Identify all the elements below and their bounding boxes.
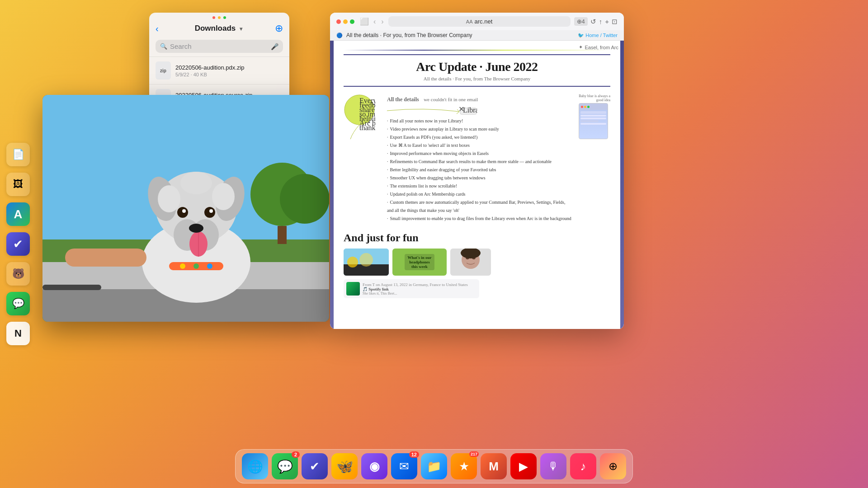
dock-item-podcasts[interactable]: 🎙 — [540, 453, 566, 479]
arc-feature-item: Improved performance when moving objects… — [387, 150, 571, 158]
sidebar-app-paper[interactable]: 📄 — [6, 143, 30, 166]
arc-newsletter: Arc Update · June 2022 All the details ·… — [330, 41, 624, 307]
arc-url-text: arc.net — [475, 18, 493, 25]
arc-spotify-card: From T on August 13, 2022 in Germany, Fr… — [344, 279, 479, 298]
svg-point-17 — [189, 224, 203, 233]
svg-text:✕: ✕ — [458, 106, 464, 113]
arc-tabs-bar: 🔵 All the details · For you, from The Br… — [330, 30, 624, 41]
arc-fun-image-1 — [344, 249, 389, 276]
downloads-action-button[interactable]: ⊕ — [275, 23, 283, 34]
svg-point-13 — [177, 207, 188, 218]
downloads-title: Downloads ▾ — [162, 24, 275, 33]
arc-content: ✦ Easel, from Arc Arc Update · June 2022… — [330, 41, 624, 329]
arc-screenshot-area: Baby blue is always a good idea — [579, 94, 610, 223]
downloads-item-info: 20220506-audition.pdx.zip 5/9/22 · 40 KB — [175, 64, 283, 77]
arc-screenshot-label: Baby blue is always a good idea — [579, 94, 610, 102]
sidebar-app-appstore[interactable]: A — [6, 202, 30, 226]
arc-sidebar-toggle[interactable]: ⬜ — [360, 17, 369, 26]
arc-dot-red — [336, 19, 341, 24]
arc-url-bar[interactable]: AA arc.net — [388, 16, 571, 27]
messages-badge: 2 — [292, 451, 300, 458]
arc-fun-image-2: What's in our headphones this week — [392, 249, 447, 276]
dock-item-youtube[interactable]: ▶ — [510, 453, 537, 479]
dock-item-reeder[interactable]: ★ 217 — [451, 453, 477, 479]
dock-item-safari[interactable]: 🌐 — [242, 453, 268, 479]
arc-dot-green — [350, 19, 354, 24]
arc-right-column: All the details we couldn't fit in one e… — [387, 94, 571, 223]
arc-more-button[interactable]: ⊡ — [612, 18, 618, 26]
search-placeholder-text: Search — [170, 42, 268, 50]
arc-easel-icon: ✦ — [579, 44, 583, 50]
arc-dot-yellow — [343, 19, 348, 24]
arc-newsletter-title: Arc Update · June 2022 — [344, 60, 610, 74]
dock-item-deco[interactable]: ⊕ — [600, 453, 626, 479]
arc-share-button[interactable]: ↑ — [599, 18, 603, 25]
svg-rect-25 — [42, 285, 101, 290]
sidebar-app-preview[interactable]: 🖼 — [6, 173, 30, 196]
arc-left-column: Every bit of feedback you share with us … — [344, 94, 380, 223]
svg-point-5 — [280, 174, 329, 224]
arc-feature-item: Custom themes are now automatically appl… — [387, 198, 571, 215]
downloads-title-arrow: ▾ — [240, 26, 242, 32]
arc-tab-twitter[interactable]: 🐦 Home / Twitter — [578, 33, 618, 38]
arc-content-body: Every bit of feedback you share with us … — [344, 94, 610, 223]
dock-item-files[interactable]: 📁 — [421, 453, 447, 479]
dock-item-mail[interactable]: ✉ 12 — [391, 453, 417, 479]
svg-point-14 — [204, 207, 215, 218]
photo-content — [42, 95, 329, 322]
arc-feature-list: Find all your notes now in your Library!… — [387, 117, 571, 223]
aa-button[interactable]: AA — [466, 19, 473, 24]
svg-point-23 — [207, 263, 212, 269]
dock-item-papillon[interactable]: 🦋 — [331, 453, 358, 479]
microphone-icon[interactable]: 🎤 — [271, 43, 278, 50]
desktop: 📄 🖼 A ✔ 🐻 💬 N ‹ Downloads ▾ ⊕ 🔍 Search 🎤 — [0, 0, 868, 488]
sidebar-app-messages[interactable]: 💬 — [6, 292, 30, 315]
left-sidebar: 📄 🖼 A ✔ 🐻 💬 N — [6, 143, 30, 345]
arc-back-button[interactable]: ‹ — [373, 18, 376, 26]
svg-text:Library: Library — [463, 106, 477, 114]
arc-fun-image-3 — [450, 249, 491, 276]
downloads-back-button[interactable]: ‹ — [156, 23, 159, 34]
arc-forward-button[interactable]: › — [381, 18, 383, 26]
arc-feature-item: Use ⌘ A to Easel to 'select all' in text… — [387, 141, 571, 150]
svg-point-22 — [193, 263, 199, 269]
downloads-header: ‹ Downloads ▾ ⊕ — [149, 19, 289, 38]
dock-item-music[interactable]: ♪ — [570, 453, 596, 479]
arc-tab-count[interactable]: ⊕4 — [574, 17, 588, 26]
dock-item-arc[interactable]: ◉ — [361, 453, 387, 479]
downloads-search-bar[interactable]: 🔍 Search 🎤 — [156, 40, 283, 53]
dock-item-tasks[interactable]: ✔ — [302, 453, 328, 479]
svg-point-42 — [347, 257, 358, 267]
sidebar-app-notion[interactable]: N — [6, 322, 30, 345]
dock-item-mela[interactable]: M — [481, 453, 507, 479]
reeder-badge: 217 — [469, 451, 479, 457]
arc-traffic-lights — [336, 19, 354, 24]
arc-feature-item: Smoother UX when dragging tabs between w… — [387, 174, 571, 182]
downloads-item[interactable]: zip 20220506-audition.pdx.zip 5/9/22 · 4… — [149, 56, 289, 84]
arc-tab-title[interactable]: All the details · For you, from The Brow… — [346, 32, 574, 38]
arc-left-decoration — [330, 41, 334, 329]
arc-scroll-line — [344, 50, 610, 51]
sidebar-app-bear[interactable]: 🐻 — [6, 262, 30, 286]
svg-text:thank you!: thank you! — [359, 124, 375, 132]
arc-feature-item: Video previews now autoplay in Library t… — [387, 125, 571, 133]
arc-feature-item: The extensions list is now scrollable! — [387, 182, 571, 190]
arc-fun-section-title: And just for fun — [344, 232, 610, 244]
dock-item-messages[interactable]: 💬 2 — [272, 453, 298, 479]
sidebar-app-tasks[interactable]: ✔ — [6, 232, 30, 256]
arc-newsletter-subtitle: All the details · For you, from The Brow… — [344, 76, 610, 81]
svg-point-15 — [182, 209, 186, 213]
search-icon: 🔍 — [160, 43, 167, 50]
dock: 🌐 💬 2 ✔ 🦋 ◉ ✉ 12 📁 ★ 217 M ▶ 🎙 ♪ ⊕ — [235, 449, 633, 483]
svg-point-27 — [212, 183, 235, 210]
svg-point-28 — [180, 172, 212, 194]
arc-new-tab-button[interactable]: + — [605, 18, 609, 25]
arc-right-decoration — [620, 41, 624, 329]
downloads-traffic-lights — [149, 13, 289, 19]
photo-window — [42, 95, 329, 322]
arc-newsletter-header: Arc Update · June 2022 All the details ·… — [344, 54, 610, 87]
arc-toolbar: ⬜ ‹ › AA arc.net ⊕4 ↺ ↑ + ⊡ — [330, 13, 624, 30]
arc-easel-text: Easel, from Arc — [585, 45, 618, 50]
arc-reload-button[interactable]: ↺ — [590, 18, 596, 26]
svg-point-26 — [158, 185, 180, 212]
